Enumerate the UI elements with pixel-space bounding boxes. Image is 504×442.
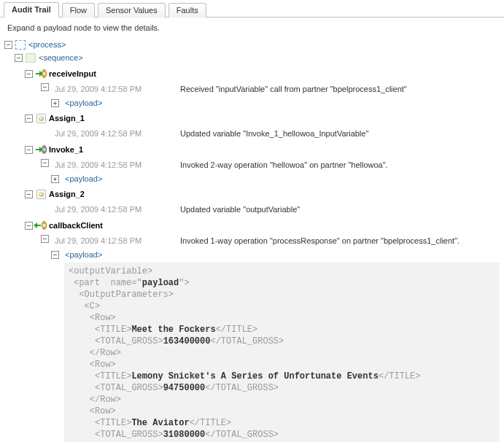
event-row: Jul 29, 2009 4:12:58 PM Updated variable… — [4, 203, 500, 217]
node-label: <payload> — [65, 97, 102, 109]
tag-icon — [26, 53, 36, 62]
toggle-icon[interactable] — [25, 222, 33, 230]
event-row: Jul 29, 2009 4:12:58 PM Invoked 2-way op… — [4, 159, 500, 172]
toggle-icon[interactable] — [25, 146, 33, 154]
toggle-icon[interactable] — [41, 235, 49, 243]
event-message: Received "inputVariable" call from partn… — [180, 83, 407, 95]
audit-tree: <process> <sequence> receiveInput Jul 29… — [0, 38, 504, 442]
assign-icon — [36, 114, 46, 123]
toggle-icon[interactable] — [51, 175, 59, 183]
node-label: <process> — [28, 39, 66, 50]
event-timestamp: Jul 29, 2009 4:12:58 PM — [52, 83, 164, 95]
hint-text: Expand a payload node to view the detail… — [0, 18, 504, 38]
toggle-icon[interactable] — [51, 251, 59, 259]
node-label: <payload> — [65, 249, 102, 260]
event-timestamp: Jul 29, 2009 4:12:58 PM — [52, 203, 164, 215]
tag-icon — [15, 40, 26, 49]
node-invoke-1[interactable]: Invoke_1 — [4, 143, 500, 156]
node-payload-expanded[interactable]: <payload> — [4, 248, 500, 261]
event-message: Invoked 1-way operation "processResponse… — [180, 235, 460, 247]
event-message: Updated variable "outputVariable" — [180, 203, 300, 215]
node-label: <sequence> — [39, 52, 83, 63]
callback-icon — [36, 221, 46, 230]
node-label: Assign_1 — [49, 112, 85, 124]
node-process[interactable]: <process> — [4, 38, 500, 51]
toggle-icon[interactable] — [25, 190, 33, 198]
tab-sensor-values[interactable]: Sensor Values — [98, 3, 166, 18]
tab-flow[interactable]: Flow — [62, 3, 95, 18]
toggle-icon[interactable] — [25, 70, 33, 78]
node-label: receiveInput — [49, 68, 96, 80]
toggle-icon[interactable] — [41, 83, 49, 91]
node-receive-input[interactable]: receiveInput — [4, 67, 500, 80]
tab-bar: Audit Trail Flow Sensor Values Faults — [0, 0, 504, 18]
node-sequence[interactable]: <sequence> — [4, 51, 500, 64]
toggle-icon[interactable] — [51, 99, 59, 107]
event-row: Jul 29, 2009 4:12:58 PM Updated variable… — [4, 128, 500, 141]
tab-audit-trail[interactable]: Audit Trail — [4, 2, 59, 18]
event-row: Jul 29, 2009 4:12:58 PM Invoked 1-way op… — [4, 235, 500, 248]
node-payload[interactable]: <payload> — [4, 96, 500, 109]
node-assign-2[interactable]: Assign_2 — [4, 187, 500, 201]
event-timestamp: Jul 29, 2009 4:12:58 PM — [52, 235, 164, 247]
tab-faults[interactable]: Faults — [168, 3, 206, 18]
event-row: Jul 29, 2009 4:12:58 PM Received "inputV… — [4, 83, 500, 96]
node-label: Invoke_1 — [49, 144, 83, 155]
node-payload[interactable]: <payload> — [4, 172, 500, 185]
receive-icon — [36, 69, 46, 78]
invoke-icon — [36, 145, 46, 154]
node-label: <payload> — [65, 173, 102, 185]
toggle-icon[interactable] — [15, 54, 23, 62]
node-label: Assign_2 — [49, 188, 85, 200]
toggle-icon[interactable] — [4, 41, 12, 49]
event-message: Invoked 2-way operation "hellowoa" on pa… — [180, 159, 388, 171]
event-timestamp: Jul 29, 2009 4:12:58 PM — [52, 159, 164, 171]
assign-icon — [36, 190, 46, 198]
toggle-icon[interactable] — [41, 159, 49, 167]
event-message: Updated variable "Invoke_1_hellowoa_Inpu… — [180, 128, 368, 139]
payload-xml-content: <outputVariable> <part name="payload"> <… — [64, 263, 500, 442]
toggle-icon[interactable] — [25, 115, 33, 123]
node-assign-1[interactable]: Assign_1 — [4, 112, 500, 125]
event-timestamp: Jul 29, 2009 4:12:58 PM — [52, 128, 164, 139]
node-label: callbackClient — [49, 220, 103, 231]
node-callback-client[interactable]: callbackClient — [4, 219, 500, 232]
